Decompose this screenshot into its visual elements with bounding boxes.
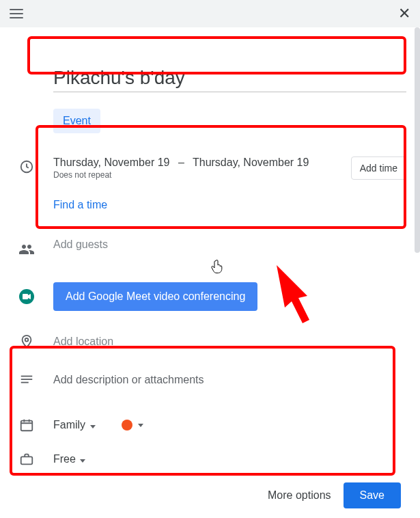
people-icon xyxy=(18,241,35,258)
svg-rect-4 xyxy=(21,379,33,380)
svg-rect-7 xyxy=(21,456,33,464)
calendar-name-label: Family xyxy=(53,419,85,431)
color-selector[interactable] xyxy=(122,420,143,431)
calendar-icon xyxy=(19,418,34,433)
save-button[interactable]: Save xyxy=(344,482,401,508)
svg-rect-6 xyxy=(21,421,33,431)
scrollbar[interactable] xyxy=(415,27,420,253)
location-input[interactable] xyxy=(53,336,406,348)
menu-icon[interactable] xyxy=(10,9,23,18)
color-swatch xyxy=(122,420,132,431)
description-field[interactable]: Add description or attachments xyxy=(53,374,204,385)
location-icon xyxy=(19,334,34,349)
availability-label: Free xyxy=(53,453,76,465)
svg-rect-3 xyxy=(21,376,33,377)
guests-input[interactable] xyxy=(53,238,406,251)
svg-rect-1 xyxy=(23,294,28,299)
description-icon xyxy=(19,372,34,387)
svg-rect-5 xyxy=(21,382,29,383)
chevron-down-icon xyxy=(138,424,143,427)
clock-icon xyxy=(19,159,34,174)
find-time-link[interactable]: Find a time xyxy=(53,199,406,211)
more-options-button[interactable]: More options xyxy=(268,489,331,502)
meet-icon xyxy=(19,289,34,304)
start-date[interactable]: Thursday, November 19 xyxy=(53,156,169,168)
add-time-button[interactable]: Add time xyxy=(351,156,406,180)
date-separator: – xyxy=(178,156,184,168)
add-meet-button[interactable]: Add Google Meet video conferencing xyxy=(53,282,257,311)
svg-point-2 xyxy=(25,338,29,342)
chevron-down-icon xyxy=(80,459,85,463)
briefcase-icon xyxy=(19,452,34,467)
availability-selector[interactable]: Free xyxy=(53,453,85,465)
close-icon[interactable]: ✕ xyxy=(398,5,410,23)
end-date[interactable]: Thursday, November 19 xyxy=(193,156,309,168)
recurrence-text[interactable]: Does not repeat xyxy=(53,170,309,180)
chevron-down-icon xyxy=(90,425,96,428)
calendar-selector[interactable]: Family xyxy=(53,419,96,431)
tab-event[interactable]: Event xyxy=(53,109,100,133)
event-title-input[interactable] xyxy=(53,67,406,89)
